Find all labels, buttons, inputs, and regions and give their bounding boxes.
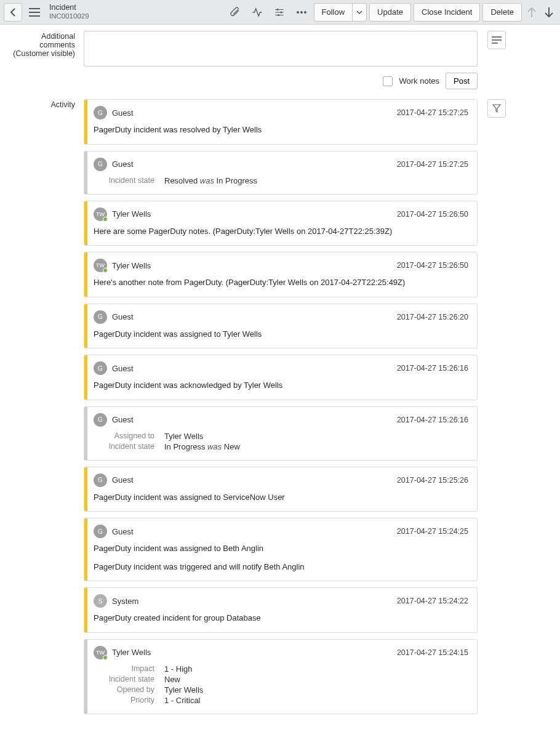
comments-input[interactable] bbox=[84, 31, 478, 66]
activity-entry: GGuest2017-04-27 15:26:16PagerDuty incid… bbox=[84, 355, 478, 400]
toggle-journal-button[interactable] bbox=[487, 31, 506, 49]
entry-author: Tyler Wells bbox=[112, 261, 151, 270]
avatar: G bbox=[94, 525, 107, 538]
hamburger-icon bbox=[29, 8, 40, 17]
post-button[interactable]: Post bbox=[446, 73, 478, 89]
field-value: In Progress was New bbox=[164, 442, 240, 451]
post-row: Work notes Post bbox=[84, 73, 478, 89]
field-row: Incident stateNew bbox=[94, 675, 468, 684]
activity-label: Activity bbox=[11, 99, 84, 720]
presence-indicator bbox=[103, 655, 108, 660]
list-icon bbox=[492, 36, 502, 44]
attachment-button[interactable] bbox=[225, 3, 245, 22]
svg-point-2 bbox=[278, 14, 279, 16]
activity-entry: GGuest2017-04-27 15:24:25PagerDuty incid… bbox=[84, 518, 478, 581]
record-number: INC0010029 bbox=[49, 12, 89, 20]
entry-text: Here's another note from PagerDuty. (Pag… bbox=[94, 277, 468, 288]
svg-rect-6 bbox=[492, 36, 502, 38]
entry-text: Here are some PagerDuty notes. (PagerDut… bbox=[94, 226, 468, 237]
entry-timestamp: 2017-04-27 15:27:25 bbox=[397, 108, 468, 117]
avatar: G bbox=[94, 413, 107, 427]
entry-author: Tyler Wells bbox=[112, 648, 151, 657]
field-row: Incident stateResolved was In Progress bbox=[94, 176, 468, 185]
delete-button[interactable]: Delete bbox=[482, 3, 522, 22]
follow-button[interactable]: Follow bbox=[314, 3, 353, 22]
avatar: G bbox=[94, 106, 107, 119]
funnel-icon bbox=[492, 104, 501, 113]
entry-text: PagerDuty incident was assigned to Servi… bbox=[94, 492, 468, 503]
form-content: Additional comments (Customer visible) W… bbox=[0, 25, 560, 743]
svg-point-5 bbox=[304, 11, 306, 14]
more-button[interactable] bbox=[292, 3, 311, 22]
field-label: Incident state bbox=[94, 442, 164, 451]
entry-timestamp: 2017-04-27 15:26:20 bbox=[397, 313, 468, 321]
entry-text: PagerDuty incident was assigned to Tyler… bbox=[94, 329, 468, 340]
activity-entry: GGuest2017-04-27 15:27:25PagerDuty incid… bbox=[84, 99, 478, 145]
follow-dropdown[interactable] bbox=[352, 3, 367, 22]
activity-entry: TWTyler Wells2017-04-27 15:26:50Here are… bbox=[84, 201, 478, 246]
previous-record-button[interactable] bbox=[524, 6, 539, 18]
avatar: G bbox=[94, 361, 107, 375]
field-label: Incident state bbox=[94, 675, 164, 684]
ellipsis-icon bbox=[296, 10, 307, 14]
entry-author: Guest bbox=[112, 108, 134, 118]
entry-author: Guest bbox=[112, 364, 134, 373]
svg-rect-8 bbox=[492, 42, 498, 44]
entry-author: Guest bbox=[112, 159, 134, 169]
entry-author: Tyler Wells bbox=[112, 209, 151, 219]
entry-author: System bbox=[112, 597, 138, 606]
svg-point-0 bbox=[276, 9, 278, 10]
paperclip-icon bbox=[230, 7, 241, 18]
worknotes-label: Work notes bbox=[399, 76, 439, 86]
activity-entry: GGuest2017-04-27 15:26:16Assigned toTyle… bbox=[84, 406, 478, 461]
worknotes-checkbox[interactable] bbox=[383, 76, 393, 86]
update-button[interactable]: Update bbox=[369, 3, 411, 22]
entry-timestamp: 2017-04-27 15:26:16 bbox=[397, 416, 468, 424]
settings-button[interactable] bbox=[270, 3, 289, 22]
menu-button[interactable] bbox=[25, 3, 44, 22]
entry-timestamp: 2017-04-27 15:26:50 bbox=[397, 210, 468, 219]
next-record-button[interactable] bbox=[542, 6, 556, 18]
pulse-icon bbox=[252, 7, 263, 18]
svg-point-4 bbox=[300, 11, 303, 14]
activity-stream-button[interactable] bbox=[247, 3, 267, 22]
entry-text: PagerDuty created incident for group Dat… bbox=[94, 613, 468, 624]
entry-timestamp: 2017-04-27 15:24:25 bbox=[397, 527, 468, 536]
field-value: Resolved was In Progress bbox=[164, 176, 257, 185]
svg-point-1 bbox=[280, 11, 282, 13]
filter-activity-button[interactable] bbox=[487, 99, 506, 118]
sliders-icon bbox=[274, 7, 285, 18]
close-incident-button[interactable]: Close Incident bbox=[414, 3, 480, 22]
activity-entry: TWTyler Wells2017-04-27 15:26:50Here's a… bbox=[84, 252, 478, 297]
entry-author: Guest bbox=[112, 527, 134, 536]
field-row: Priority1 - Critical bbox=[94, 696, 468, 705]
entry-author: Guest bbox=[112, 312, 134, 321]
activity-entry: GGuest2017-04-27 15:26:20PagerDuty incid… bbox=[84, 304, 478, 349]
activity-entry: TWTyler Wells2017-04-27 15:24:15Impact1 … bbox=[84, 639, 478, 714]
back-button[interactable] bbox=[4, 3, 22, 22]
field-value: 1 - High bbox=[164, 664, 193, 674]
activity-row: Activity GGuest2017-04-27 15:27:25PagerD… bbox=[11, 99, 549, 720]
avatar: TW bbox=[94, 207, 107, 221]
field-value: New bbox=[164, 675, 180, 684]
entry-timestamp: 2017-04-27 15:27:25 bbox=[397, 160, 468, 169]
svg-point-3 bbox=[297, 11, 299, 14]
entry-text: PagerDuty incident was assigned to Beth … bbox=[94, 543, 468, 554]
avatar: S bbox=[94, 594, 107, 608]
activity-entry: GGuest2017-04-27 15:27:25Incident stateR… bbox=[84, 151, 478, 195]
presence-indicator bbox=[103, 268, 108, 273]
entry-text: PagerDuty incident was resolved by Tyler… bbox=[94, 124, 468, 135]
entry-timestamp: 2017-04-27 15:25:26 bbox=[397, 476, 468, 485]
entry-text: PagerDuty incident was acknowledged by T… bbox=[94, 380, 468, 391]
avatar: G bbox=[94, 310, 107, 324]
field-value: 1 - Critical bbox=[164, 696, 201, 705]
record-type: Incident bbox=[49, 4, 89, 12]
presence-indicator bbox=[103, 217, 108, 222]
entry-timestamp: 2017-04-27 15:26:16 bbox=[397, 364, 468, 372]
field-label: Opened by bbox=[94, 685, 164, 695]
comments-label: Additional comments (Customer visible) bbox=[11, 31, 84, 89]
record-title: Incident INC0010029 bbox=[49, 4, 89, 20]
entry-timestamp: 2017-04-27 15:26:50 bbox=[397, 261, 468, 270]
form-toolbar: Incident INC0010029 Follow Update Close … bbox=[0, 0, 560, 25]
follow-group: Follow bbox=[314, 3, 367, 22]
